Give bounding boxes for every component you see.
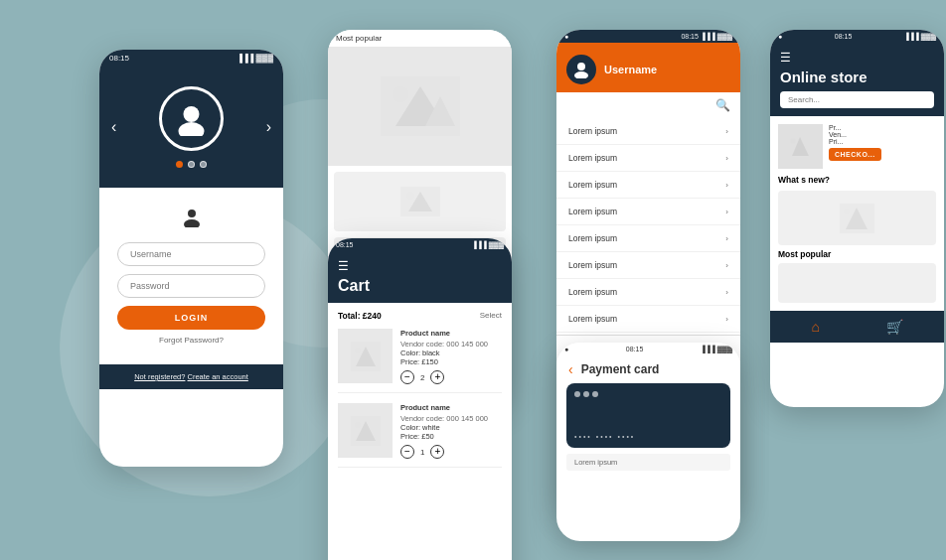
menu-item-chevron-6: › <box>725 288 728 297</box>
cart-item-2: Product name Vendor code: 000 145 000 Co… <box>338 403 502 468</box>
menu-item-label-1: Lorem ipsum <box>568 153 617 163</box>
svg-point-7 <box>393 86 408 102</box>
chip-dot-2 <box>583 391 589 397</box>
login-form: LOGIN Forgot Password? <box>99 188 283 364</box>
menu-search-row: 🔍 <box>556 92 740 118</box>
dot-inactive-2 <box>200 161 207 168</box>
product-name-2: Product name <box>400 403 488 412</box>
menu-item-3[interactable]: Lorem ipsum› <box>556 199 740 225</box>
avatar <box>159 86 224 151</box>
store-cart-icon[interactable]: 🛒 <box>886 319 903 335</box>
store-product-thumb-1 <box>778 124 823 169</box>
store-product-info-1: Pr... Ven... Pri... CHECKO... <box>829 124 881 169</box>
most-popular-store-label: Most popular <box>778 249 936 259</box>
status-icons-3: ▐▐▐ ▓▓▓ <box>472 241 504 248</box>
price-1: Price: £150 <box>400 357 488 366</box>
payment-back-arrow[interactable]: ‹ <box>568 361 573 377</box>
vendor-code-2: Vendor code: 000 145 000 <box>400 414 488 423</box>
user-avatar-icon <box>174 101 209 136</box>
status-bar-3: 08:15 ▐▐▐ ▓▓▓ <box>328 238 512 251</box>
menu-item-6[interactable]: Lorem ipsum› <box>556 279 740 306</box>
menu-item-7[interactable]: Lorem ipsum› <box>556 306 740 333</box>
qty-minus-1[interactable]: − <box>400 370 414 384</box>
cart-item-thumb-icon-2 <box>351 416 381 446</box>
store-content: Pr... Ven... Pri... CHECKO... What s new… <box>770 116 944 311</box>
chip-dot-3 <box>592 391 598 397</box>
dot-inactive-1 <box>188 161 195 168</box>
card-number-mask: •••• •••• •••• <box>574 433 722 440</box>
payment-header: ‹ Payment card <box>556 355 740 383</box>
qty-plus-1[interactable]: + <box>430 370 444 384</box>
menu-item-4[interactable]: Lorem ipsum› <box>556 225 740 252</box>
menu-items-list: Lorem ipsum›Lorem ipsum›Lorem ipsum›Lore… <box>556 118 740 333</box>
payment-title: Payment card <box>581 362 660 376</box>
cart-item-image-2 <box>338 403 393 458</box>
menu-item-label-7: Lorem ipsum <box>568 314 617 324</box>
chip-dot-1 <box>574 391 580 397</box>
qty-control-1: − 2 + <box>400 370 488 384</box>
payment-card-dark: •••• •••• •••• <box>566 383 730 448</box>
carousel-dots <box>176 161 207 168</box>
status-bar-5: ● 08:15 ▐▐▐ ▓▓▓ <box>770 30 944 43</box>
next-arrow[interactable]: › <box>266 118 271 136</box>
status-time-3: 08:15 <box>336 241 354 248</box>
svg-point-20 <box>577 63 585 70</box>
menu-item-chevron-4: › <box>725 234 728 243</box>
username-input[interactable] <box>117 242 265 266</box>
store-vendor: Ven... <box>829 131 881 138</box>
cart-content: Total: £240 Select Product name Vendor c… <box>328 303 512 486</box>
password-input[interactable] <box>117 274 265 298</box>
svg-point-29 <box>844 209 850 214</box>
status-time-1: 08:15 <box>109 54 129 63</box>
store-home-icon[interactable]: ⌂ <box>811 319 819 335</box>
menu-divider <box>556 335 740 336</box>
login-button[interactable]: LOGIN <box>117 306 265 330</box>
svg-point-3 <box>184 219 200 227</box>
bottom-nav-5: ⌂ 🛒 <box>770 311 944 343</box>
user-icon-small <box>117 208 265 232</box>
create-account-link[interactable]: Create an account <box>188 372 248 381</box>
product-image-placeholder <box>328 47 512 166</box>
prev-arrow[interactable]: ‹ <box>111 118 116 136</box>
menu-item-chevron-1: › <box>725 154 728 163</box>
total-row: Total: £240 Select <box>338 311 502 321</box>
qty-minus-2[interactable]: − <box>400 445 414 459</box>
phone-login: 08:15 ▐▐▐ ▓▓▓ ‹ › LOGIN Forgot Password? <box>99 50 283 467</box>
qty-value-2: 1 <box>420 448 424 457</box>
menu-item-label-4: Lorem ipsum <box>568 233 617 243</box>
menu-item-1[interactable]: Lorem ipsum› <box>556 145 740 172</box>
status-icons-1: ▐▐▐ ▓▓▓ <box>236 54 273 63</box>
menu-item-chevron-7: › <box>725 315 728 324</box>
svg-point-2 <box>188 210 196 217</box>
status-bar-1: 08:15 ▐▐▐ ▓▓▓ <box>99 50 283 67</box>
phone-online-store: ● 08:15 ▐▐▐ ▓▓▓ ☰ Online store Pr... Ven… <box>770 30 944 407</box>
store-hamburger-icon[interactable]: ☰ <box>780 51 934 65</box>
store-product-row-1: Pr... Ven... Pri... CHECKO... <box>778 124 936 169</box>
store-title: Online store <box>780 69 934 85</box>
hamburger-icon[interactable]: ☰ <box>338 259 502 273</box>
card-input-field[interactable]: Lorem ipsum <box>566 454 730 471</box>
whats-new-label: What s new? <box>778 175 936 185</box>
store-search-input[interactable] <box>780 91 934 108</box>
menu-item-0[interactable]: Lorem ipsum› <box>556 118 740 145</box>
svg-point-19 <box>355 422 361 428</box>
checkout-button[interactable]: CHECKO... <box>829 148 881 161</box>
most-popular-placeholder <box>778 263 936 303</box>
total-label: Total: £240 <box>338 311 382 321</box>
menu-item-2[interactable]: Lorem ipsum› <box>556 172 740 199</box>
menu-avatar-icon <box>572 61 590 78</box>
status-bar-6: ● 08:15 ▐▐▐ ▓▓▓ <box>556 343 740 355</box>
cart-item-1: Product name Vendor code: 000 145 000 Co… <box>338 329 502 393</box>
menu-item-chevron-0: › <box>725 127 728 136</box>
select-label[interactable]: Select <box>480 311 502 321</box>
qty-plus-2[interactable]: + <box>430 445 444 459</box>
svg-point-1 <box>179 122 205 136</box>
menu-item-5[interactable]: Lorem ipsum› <box>556 252 740 279</box>
menu-username: Username <box>604 64 657 75</box>
search-icon[interactable]: 🔍 <box>715 98 730 112</box>
forgot-password-link[interactable]: Forgot Password? <box>117 336 265 345</box>
login-header: ‹ › <box>99 67 283 188</box>
card-chip-dots <box>574 391 722 397</box>
product-name-1: Product name <box>400 329 488 338</box>
cart-title: Cart <box>338 277 502 295</box>
